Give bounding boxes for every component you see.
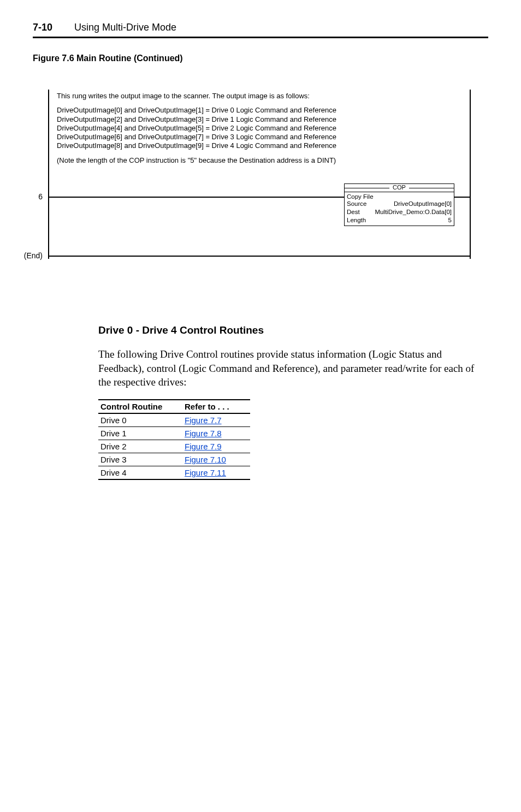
rung-comment-line: This rung writes the output image to the… [57, 92, 450, 100]
cop-source-label: Source [347, 200, 366, 208]
routine-cell: Drive 2 [98, 440, 182, 453]
table-row: Drive 4 Figure 7.11 [98, 466, 250, 479]
ladder-diagram: 6 (End) This rung writes the output imag… [22, 90, 488, 275]
cop-length-value: 5 [448, 216, 452, 224]
cop-length-label: Length [347, 216, 366, 224]
figure-link[interactable]: Figure 7.7 [185, 416, 222, 425]
routine-cell: Drive 4 [98, 466, 182, 479]
figure-link[interactable]: Figure 7.8 [185, 429, 222, 438]
routine-cell: Drive 3 [98, 453, 182, 466]
rung-wire [453, 197, 470, 198]
routine-cell: Drive 1 [98, 426, 182, 440]
figure-link[interactable]: Figure 7.10 [185, 455, 226, 464]
table-row: Drive 1 Figure 7.8 [98, 426, 250, 440]
table-row: Drive 3 Figure 7.10 [98, 453, 250, 466]
end-rung-wire [49, 256, 471, 257]
control-routine-table: Control Routine Refer to . . . Drive 0 F… [98, 399, 250, 480]
figure-caption: Figure 7.6 Main Routine (Continued) [33, 54, 488, 63]
cop-mnemonic: COP [345, 184, 454, 191]
cop-source-value: DriveOutputImage[0] [394, 200, 452, 208]
rung-comment-line: DriveOutputImage[4] and DriveOutputImage… [57, 124, 450, 133]
rung-number-6: 6 [22, 192, 43, 201]
page-number: 7-10 [33, 22, 52, 33]
ladder-rail-right [470, 90, 471, 259]
cop-instruction-block: COP Copy File Source DriveOutputImage[0]… [344, 183, 454, 226]
rung-comment-line: DriveOutputImage[0] and DriveOutputImage… [57, 106, 450, 115]
figure-link[interactable]: Figure 7.9 [185, 442, 222, 451]
rung-end-label: (End) [22, 251, 43, 260]
header-title: Using Multi-Drive Mode [74, 22, 176, 33]
figure-link[interactable]: Figure 7.11 [185, 468, 226, 477]
section-paragraph: The following Drive Control routines pro… [98, 347, 477, 389]
rung-comment-line: DriveOutputImage[8] and DriveOutputImage… [57, 141, 450, 150]
table-row: Drive 2 Figure 7.9 [98, 440, 250, 453]
cop-dest-label: Dest [347, 208, 360, 216]
cop-dest-value: MultiDrive_Demo:O.Data[0] [375, 208, 452, 216]
section-heading: Drive 0 - Drive 4 Control Routines [98, 324, 488, 336]
rung-comment: This rung writes the output image to the… [57, 92, 450, 165]
cop-title: Copy File [347, 193, 452, 200]
rung-comment-line: (Note the length of the COP instruction … [57, 156, 450, 165]
rung-comment-line: DriveOutputImage[2] and DriveOutputImage… [57, 115, 450, 124]
page-header: 7-10 Using Multi-Drive Mode [33, 22, 488, 38]
table-row: Drive 0 Figure 7.7 [98, 413, 250, 427]
rung-comment-line: DriveOutputImage[6] and DriveOutputImage… [57, 133, 450, 141]
table-header-refer: Refer to . . . [182, 400, 250, 413]
routine-cell: Drive 0 [98, 413, 182, 427]
cop-header: COP [345, 184, 454, 192]
ladder-rail-left [48, 90, 49, 259]
table-header-routine: Control Routine [98, 400, 182, 413]
rung-wire [49, 197, 344, 198]
